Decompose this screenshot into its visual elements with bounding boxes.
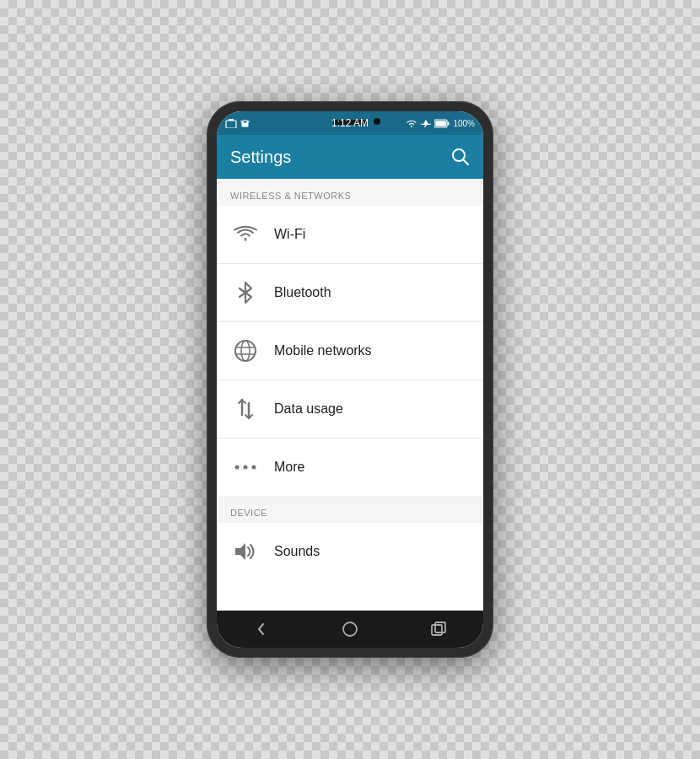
svg-rect-23 (432, 625, 442, 635)
svg-rect-8 (448, 121, 450, 125)
svg-point-18 (235, 466, 240, 470)
svg-point-22 (343, 622, 357, 636)
svg-rect-6 (242, 122, 249, 126)
settings-item-wifi[interactable]: Wi-Fi (217, 206, 483, 264)
app-bar-title: Settings (230, 148, 291, 167)
home-button[interactable] (331, 611, 369, 648)
bluetooth-icon (230, 277, 261, 308)
phone-device: 1:12 AM (207, 101, 493, 658)
svg-point-19 (244, 466, 248, 470)
bluetooth-label: Bluetooth (274, 285, 331, 300)
more-dots-icon (230, 452, 261, 482)
wifi-status-icon (406, 119, 417, 128)
battery-percent: 100% (453, 119, 475, 128)
status-bar: 1:12 AM (217, 111, 483, 135)
airplane-status-icon (421, 119, 431, 128)
svg-marker-21 (235, 543, 245, 560)
battery-status-icon (434, 119, 450, 128)
svg-rect-0 (226, 121, 236, 128)
screenshot-icon (225, 119, 237, 128)
svg-point-20 (252, 466, 256, 470)
phone-screen: 1:12 AM (217, 111, 483, 648)
svg-rect-1 (229, 119, 234, 121)
back-button[interactable] (243, 611, 280, 648)
data-usage-icon (230, 394, 261, 424)
app-bar: Settings (217, 135, 483, 179)
mobile-networks-label: Mobile networks (274, 343, 372, 358)
search-button[interactable] (451, 148, 470, 166)
svg-point-12 (235, 341, 256, 361)
svg-rect-9 (436, 121, 447, 126)
settings-content: WIRELESS & NETWORKS Wi-Fi (217, 179, 483, 611)
recents-button[interactable] (420, 611, 457, 648)
svg-rect-24 (435, 622, 445, 632)
svg-point-13 (241, 341, 250, 361)
status-time: 1:12 AM (331, 117, 369, 129)
settings-item-sounds[interactable]: Sounds (217, 523, 483, 580)
more-label: More (274, 460, 304, 475)
settings-item-mobile-networks[interactable]: Mobile networks (217, 322, 483, 380)
wifi-label: Wi-Fi (274, 227, 305, 242)
volume-icon (230, 536, 261, 567)
section-header-wireless: WIRELESS & NETWORKS (217, 179, 483, 206)
settings-item-bluetooth[interactable]: Bluetooth (217, 264, 483, 322)
svg-line-11 (463, 159, 468, 164)
globe-icon (230, 336, 261, 366)
status-right-icons: 100% (406, 119, 475, 128)
data-usage-label: Data usage (274, 401, 343, 417)
section-header-device: DEVICE (217, 496, 483, 523)
settings-item-data-usage[interactable]: Data usage (217, 380, 483, 439)
status-left-icons (225, 119, 250, 128)
sounds-label: Sounds (274, 544, 320, 559)
wireless-settings-list: Wi-Fi Bluetooth (217, 206, 483, 496)
android-icon (240, 119, 250, 128)
wifi-icon (230, 219, 261, 250)
settings-item-more[interactable]: More (217, 439, 483, 496)
device-settings-list: Sounds (217, 523, 483, 580)
phone-camera (374, 118, 380, 125)
nav-bar (217, 611, 483, 648)
